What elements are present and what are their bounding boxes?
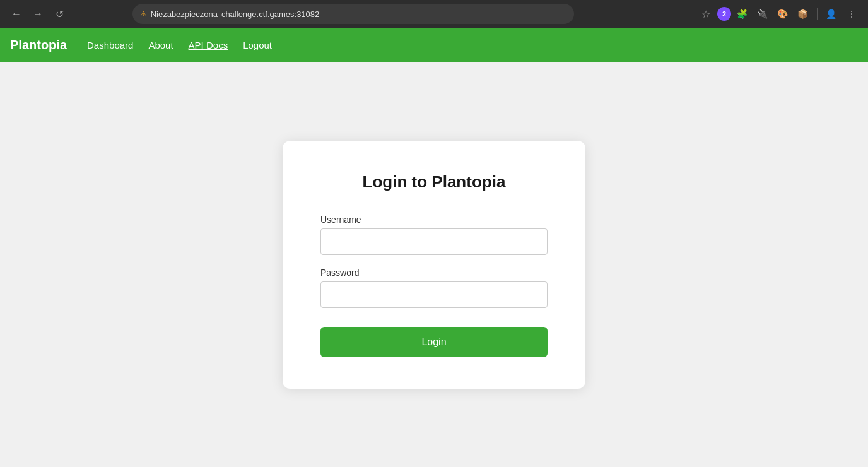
extension-icon-4[interactable]: 📦 [794, 5, 812, 23]
extension-badge[interactable]: 2 [717, 7, 731, 21]
reload-button[interactable]: ↺ [50, 5, 68, 23]
nav-links: Dashboard About API Docs Logout [79, 35, 279, 56]
forward-button[interactable]: → [29, 5, 47, 23]
login-title: Login to Plantopia [320, 172, 548, 192]
password-group: Password [320, 268, 548, 308]
top-nav: Plantopia Dashboard About API Docs Logou… [0, 28, 868, 62]
username-input[interactable] [320, 228, 548, 255]
nav-link-logout[interactable]: Logout [235, 35, 279, 56]
browser-nav-buttons: ← → ↺ [8, 5, 68, 23]
username-label: Username [320, 215, 548, 225]
nav-link-api-docs[interactable]: API Docs [181, 35, 236, 56]
menu-button[interactable]: ⋮ [843, 5, 860, 23]
address-insecure-label: Niezabezpieczona [151, 9, 218, 19]
back-button[interactable]: ← [8, 5, 25, 23]
extension-icon-1[interactable]: 🧩 [734, 5, 751, 23]
divider [817, 8, 818, 20]
login-button[interactable]: Login [320, 327, 548, 357]
security-warning-icon: ⚠ [140, 9, 147, 18]
nav-link-about[interactable]: About [141, 35, 180, 56]
extension-icon-2[interactable]: 🔌 [754, 5, 771, 23]
address-bar[interactable]: ⚠ Niezabezpieczona challenge.ctf.games:3… [132, 4, 574, 24]
extension-icon-3[interactable]: 🎨 [774, 5, 792, 23]
browser-actions: ☆ 2 🧩 🔌 🎨 📦 👤 ⋮ [697, 5, 860, 23]
main-content: Login to Plantopia Username Password Log… [0, 62, 868, 467]
nav-link-dashboard[interactable]: Dashboard [79, 35, 141, 56]
star-button[interactable]: ☆ [697, 5, 715, 23]
browser-chrome: ← → ↺ ⚠ Niezabezpieczona challenge.ctf.g… [0, 0, 868, 28]
password-input[interactable] [320, 281, 548, 308]
username-group: Username [320, 215, 548, 255]
site-title: Plantopia [10, 38, 67, 52]
password-label: Password [320, 268, 548, 278]
profile-icon[interactable]: 👤 [823, 5, 840, 23]
login-card: Login to Plantopia Username Password Log… [283, 141, 585, 389]
address-domain: challenge.ctf.games:31082 [221, 9, 319, 19]
